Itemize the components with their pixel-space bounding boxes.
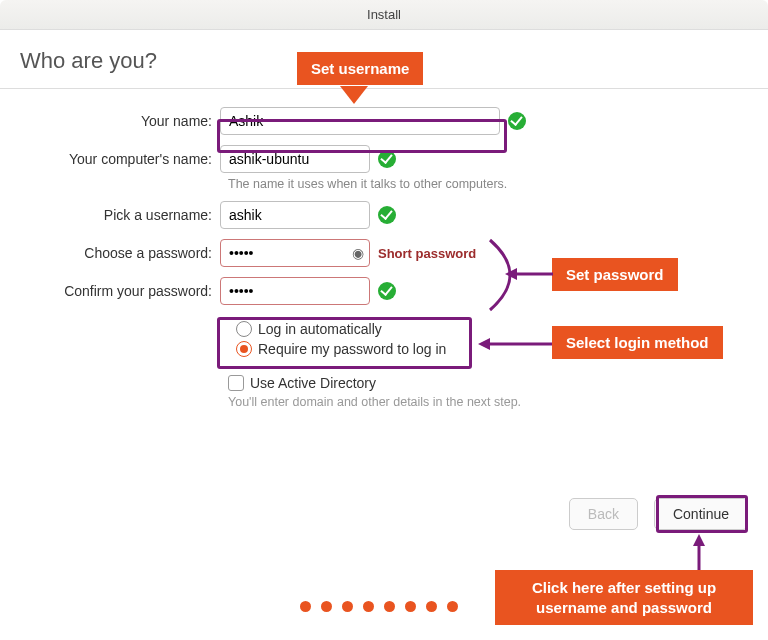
- password-input[interactable]: [220, 239, 370, 267]
- annotation-set-username: Set username: [297, 52, 423, 85]
- computer-name-input[interactable]: [220, 145, 370, 173]
- radio-icon: [236, 321, 252, 337]
- dot-icon: [342, 601, 353, 612]
- dot-icon: [321, 601, 332, 612]
- checkbox-active-directory[interactable]: Use Active Directory: [228, 375, 748, 391]
- annotation-select-login: Select login method: [552, 326, 723, 359]
- svg-marker-5: [693, 534, 705, 546]
- window-titlebar: Install: [0, 0, 768, 30]
- annotation-set-password: Set password: [552, 258, 678, 291]
- back-button[interactable]: Back: [569, 498, 638, 530]
- radio-require-label: Require my password to log in: [258, 341, 446, 357]
- label-computer-name: Your computer's name:: [20, 151, 220, 167]
- your-name-input[interactable]: [220, 107, 500, 135]
- progress-dots: [300, 601, 458, 612]
- user-form: Your name: Your computer's name: The nam…: [0, 89, 768, 419]
- username-input[interactable]: [220, 201, 370, 229]
- check-icon: [378, 150, 396, 168]
- dot-icon: [405, 601, 416, 612]
- window-title: Install: [367, 7, 401, 22]
- label-password: Choose a password:: [20, 245, 220, 261]
- footer-buttons: Back Continue: [569, 498, 748, 530]
- arrow-icon: [690, 534, 708, 572]
- dot-icon: [447, 601, 458, 612]
- radio-auto-label: Log in automatically: [258, 321, 382, 337]
- check-icon: [378, 282, 396, 300]
- dot-icon: [363, 601, 374, 612]
- dot-icon: [300, 601, 311, 612]
- check-icon: [508, 112, 526, 130]
- dot-icon: [426, 601, 437, 612]
- password-strength: Short password: [378, 246, 476, 261]
- label-your-name: Your name:: [20, 113, 220, 129]
- label-username: Pick a username:: [20, 207, 220, 223]
- eye-icon[interactable]: ◉: [352, 245, 364, 261]
- check-icon: [378, 206, 396, 224]
- dot-icon: [384, 601, 395, 612]
- annotation-continue-hint: Click here after setting up username and…: [495, 570, 753, 625]
- radio-icon: [236, 341, 252, 357]
- ad-label: Use Active Directory: [250, 375, 376, 391]
- checkbox-icon: [228, 375, 244, 391]
- confirm-password-input[interactable]: [220, 277, 370, 305]
- ad-hint: You'll enter domain and other details in…: [228, 395, 748, 409]
- label-confirm: Confirm your password:: [20, 283, 220, 299]
- annotation-tail: [340, 86, 368, 104]
- continue-button[interactable]: Continue: [654, 498, 748, 530]
- computer-name-hint: The name it uses when it talks to other …: [228, 177, 748, 191]
